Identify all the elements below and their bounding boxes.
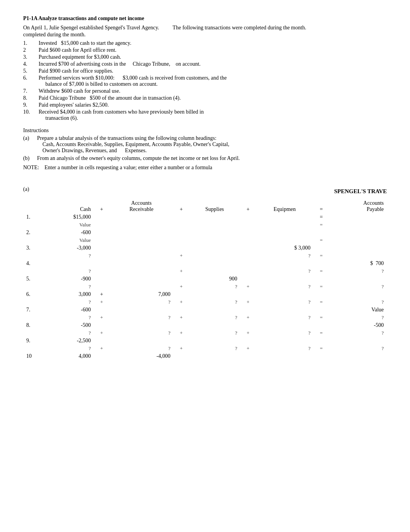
row3-sup (189, 244, 240, 252)
trans-num-3: 3. (23, 54, 39, 60)
row1v-plus1 (94, 221, 109, 229)
row8v-cash: ? (42, 329, 94, 337)
row10-plus3 (241, 352, 256, 360)
row8v-plus3: + (241, 329, 256, 337)
row7v-plus1: + (94, 314, 109, 321)
row3-ar (109, 244, 174, 252)
problem-title: P1-1A Analyze transactions and compute n… (23, 15, 144, 21)
header-row: Cash + AccountsReceivable + Supplies + E… (23, 199, 387, 213)
col-header-ar: AccountsReceivable (109, 199, 174, 213)
row8v-ap: ? (329, 329, 387, 337)
row6v-equals: = (313, 298, 329, 306)
row9v-plus2: + (174, 345, 189, 352)
row6-ar: 7,000 (109, 291, 174, 298)
instructions-section: Instructions (a) Prepare a tabular analy… (23, 127, 387, 171)
row10-equals (313, 352, 329, 360)
trans-num-9: 9. (23, 102, 39, 108)
part-a-section: (a) SPENGEL'S TRAVE Cash + AccountsRecei… (23, 186, 387, 360)
row2-num: 2. (23, 229, 42, 236)
row10-plus2 (174, 352, 189, 360)
table-row-6-data: 6. 3,000 + 7,000 (23, 291, 387, 298)
trans-num-8: 8. (23, 95, 39, 101)
row8v-eq: ? (256, 329, 313, 337)
trans-text-7: Withdrew $600 cash for personal use. (39, 88, 387, 94)
transactions-list: 1. Invested $15,000 cash to start the ag… (23, 40, 387, 121)
row4v-sup (189, 267, 240, 275)
row2-cash: -600 (42, 229, 94, 236)
row1v-equals: = (313, 221, 329, 229)
row1v-num (23, 221, 42, 229)
row3v-plus3 (241, 252, 256, 260)
trans-num-6: 6. (23, 75, 39, 87)
row4-plus2 (174, 260, 189, 267)
row8v-equals: = (313, 329, 329, 337)
row6-plus1: + (94, 291, 109, 298)
row9-ap (329, 337, 387, 345)
row5v-eq: ? (256, 283, 313, 291)
row4-ar (109, 260, 174, 267)
row8-equals (313, 321, 329, 329)
note-line: NOTE: Enter a number in cells requesting… (23, 165, 387, 171)
part-a-label: (a) (23, 186, 29, 192)
table-row-8-val: ? + ? + ? + ? = ? (23, 329, 387, 337)
row6-plus2 (174, 291, 189, 298)
row2-equals (313, 229, 329, 236)
transaction-item-6: 6. Performed services worth $10,000: $3,… (23, 75, 387, 87)
trans-text-10: Received $4,000 in cash from customers w… (39, 109, 387, 121)
row7v-eq: ? (256, 314, 313, 321)
row6v-sup: ? (189, 298, 240, 306)
row6v-plus1: + (94, 298, 109, 306)
transaction-item-4: 4. Incurred $700 of advertising costs in… (23, 61, 387, 67)
table-row-7-data: 7. -600 Value (23, 306, 387, 314)
row2v-cash: Value (42, 236, 94, 244)
row7-equals (313, 306, 329, 314)
transaction-item-2: 2 Paid $600 cash for April office rent. (23, 47, 387, 53)
row7v-equals: = (313, 314, 329, 321)
table-row-2-val: Value = (23, 236, 387, 244)
row4-plus3 (241, 260, 256, 267)
row1-ar (109, 213, 174, 221)
row6v-plus2: + (174, 298, 189, 306)
row4-cash (42, 260, 94, 267)
table-row-5-val: ? + ? + ? = ? (23, 283, 387, 291)
row4v-plus3 (241, 267, 256, 275)
row3v-ap (329, 252, 387, 260)
row2v-plus3 (241, 236, 256, 244)
row5-plus1 (94, 275, 109, 283)
row3-plus1 (94, 244, 109, 252)
row4-plus1 (94, 260, 109, 267)
row2v-plus1 (94, 236, 109, 244)
row2v-equals: = (313, 236, 329, 244)
row6-eq (256, 291, 313, 298)
col-header-plus1: + (94, 199, 109, 213)
row7-plus3 (241, 306, 256, 314)
transaction-item-8: 8. Paid Chicago Tribune $500 of the amou… (23, 95, 387, 101)
intro-line-1: On April 1, Julie Spengel established Sp… (23, 25, 387, 31)
row9v-equals: = (313, 345, 329, 352)
row9v-cash: ? (42, 345, 94, 352)
row7v-plus2: + (174, 314, 189, 321)
row7-plus1 (94, 306, 109, 314)
table-row-8-data: 8. -500 -500 (23, 321, 387, 329)
row6-plus3 (241, 291, 256, 298)
row7-num: 7. (23, 306, 42, 314)
row3v-eq: ? (256, 252, 313, 260)
row2v-ar (109, 236, 174, 244)
instruction-text-a: Prepare a tabular analysis of the transa… (37, 135, 387, 154)
transaction-item-5: 5. Paid $900 cash for office supplies. (23, 68, 387, 74)
row5v-plus2: + (174, 283, 189, 291)
transaction-item-7: 7. Withdrew $600 cash for personal use. (23, 88, 387, 94)
ledger-table: Cash + AccountsReceivable + Supplies + E… (23, 199, 387, 360)
row6v-eq: ? (256, 298, 313, 306)
row4v-cash: ? (42, 267, 94, 275)
row6v-num (23, 298, 42, 306)
row7v-ar: ? (109, 314, 174, 321)
row3v-ar (109, 252, 174, 260)
transaction-item-9: 9. Paid employees' salaries $2,500. (23, 102, 387, 108)
row1v-ap (329, 221, 387, 229)
row8-plus3 (241, 321, 256, 329)
row8-sup (189, 321, 240, 329)
row2v-ap (329, 236, 387, 244)
table-row-6-val: ? + ? + ? + ? = ? (23, 298, 387, 306)
row5-cash: -900 (42, 275, 94, 283)
